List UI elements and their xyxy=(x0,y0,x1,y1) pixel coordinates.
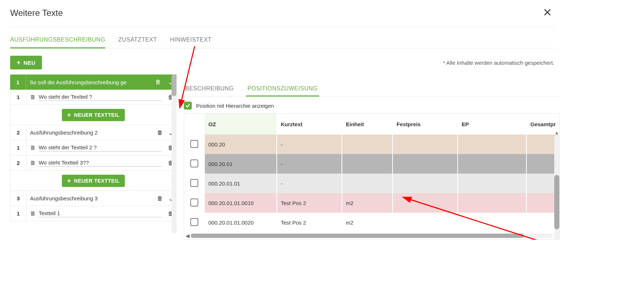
main-tabs: AUSFÜHRUNGSBESCHREIBUNG ZUSATZTEXT HINWE… xyxy=(10,32,554,48)
section-3-item-1[interactable]: 1 🗎 Textteil 1 🗑 xyxy=(10,206,177,221)
neu-label: NEU xyxy=(24,60,35,66)
scroll-left-icon[interactable]: ◀ xyxy=(184,233,191,239)
section-1-item-1[interactable]: 1 🗎 Wo steht der Textteil ? 🗑 xyxy=(10,90,177,105)
scroll-thumb[interactable] xyxy=(554,175,559,229)
left-scrollbar[interactable] xyxy=(171,74,177,234)
section-1-delete[interactable]: 🗑 xyxy=(152,79,164,85)
row-checkbox[interactable] xyxy=(190,199,198,206)
col-checkbox xyxy=(184,114,204,135)
section-3-num: 3 xyxy=(10,191,26,206)
section-2-header[interactable]: 2 Ausführungsbeschreibung 2 🗑 ⌄ xyxy=(10,125,177,140)
scroll-thumb[interactable] xyxy=(191,234,524,238)
item-title: 🗎 Wo steht Textteil 3?? xyxy=(26,159,165,167)
item-title: 🗎 Wo steht der Textteil ? xyxy=(26,94,165,101)
col-ep[interactable]: EP xyxy=(458,114,526,135)
cell-fest xyxy=(393,135,458,154)
document-icon: 🗎 xyxy=(30,210,35,217)
scroll-track[interactable] xyxy=(191,234,553,238)
cell-ep xyxy=(458,135,526,154)
col-festpreis[interactable]: Festpreis xyxy=(393,114,458,135)
row-checkbox[interactable] xyxy=(190,179,198,187)
document-icon: 🗎 xyxy=(30,145,35,151)
cell-ein xyxy=(342,154,393,174)
left-pane: 1 So soll die Ausführungsbeschreibung ge… xyxy=(10,74,177,240)
section-1-header[interactable]: 1 So soll die Ausführungsbeschreibung ge… xyxy=(10,74,177,90)
cell-ep xyxy=(458,193,526,213)
check-icon xyxy=(185,103,190,108)
cell-kurz: Test Pos 2 xyxy=(277,213,342,232)
item-text: Wo steht der Textteil 2 ? xyxy=(39,144,162,152)
cell-fest xyxy=(393,213,458,232)
close-icon xyxy=(543,8,551,16)
item-title: 🗎 Wo steht der Textteil 2 ? xyxy=(26,144,165,152)
cell-ep xyxy=(458,213,526,232)
subtab-beschreibung[interactable]: BESCHREIBUNG xyxy=(184,82,235,96)
col-einheit[interactable]: Einheit xyxy=(342,114,393,135)
item-title: 🗎 Textteil 1 xyxy=(26,210,165,217)
item-num: 2 xyxy=(10,155,26,170)
section-3-header[interactable]: 3 Ausführungsbeschreibung 3 🗑 ⌄ xyxy=(10,191,177,206)
row-checkbox[interactable] xyxy=(190,159,198,167)
col-oz[interactable]: OZ xyxy=(204,114,277,135)
right-pane: BESCHREIBUNG POSITIONSZUWEISUNG Position… xyxy=(184,74,560,240)
cell-ein xyxy=(342,174,393,193)
section-2-title: Ausführungsbeschreibung 2 xyxy=(26,129,154,136)
table-row[interactable]: 000.20 - xyxy=(184,135,559,154)
cell-oz: 000.20.01.01 xyxy=(204,174,277,193)
svg-line-2 xyxy=(180,46,195,106)
close-button[interactable] xyxy=(541,7,554,20)
col-kurztext[interactable]: Kurztext xyxy=(277,114,342,135)
cell-kurz: - xyxy=(277,135,342,154)
section-2-add-row: + NEUER TEXTTEIL xyxy=(10,171,177,191)
tab-ausfuehrung[interactable]: AUSFÜHRUNGSBESCHREIBUNG xyxy=(10,32,105,48)
document-icon: 🗎 xyxy=(30,94,35,101)
cell-ep xyxy=(458,154,526,174)
trash-icon: 🗑 xyxy=(157,129,163,136)
neuer-textteil-button-1[interactable]: + NEUER TEXTTEIL xyxy=(62,109,124,121)
hierarchy-checkbox[interactable] xyxy=(184,102,192,110)
table-row[interactable]: 000.20.01.01.0020 Test Pos 2 m2 xyxy=(184,213,559,232)
scrollbar-thumb[interactable] xyxy=(171,74,177,96)
position-table: OZ Kurztext Einheit Festpreis EP Gesamtp… xyxy=(184,113,560,240)
dialog-title: Weitere Texte xyxy=(10,8,63,18)
sub-tabs: BESCHREIBUNG POSITIONSZUWEISUNG xyxy=(184,82,560,97)
document-icon: 🗎 xyxy=(30,160,35,166)
tab-zusatztext[interactable]: ZUSATZTEXT xyxy=(118,32,157,48)
item-text: Textteil 1 xyxy=(39,210,162,217)
horizontal-scrollbar[interactable]: ◀ ▶ xyxy=(184,232,559,239)
neuer-textteil-button-2[interactable]: + NEUER TEXTTEIL xyxy=(62,175,124,187)
btn-label: NEUER TEXTTEIL xyxy=(74,112,120,118)
subtab-positionszuweisung[interactable]: POSITIONSZUWEISUNG xyxy=(246,82,319,97)
section-2-item-2[interactable]: 2 🗎 Wo steht Textteil 3?? 🗑 xyxy=(10,155,177,171)
cell-oz: 000.20.01.01.0020 xyxy=(204,213,277,232)
table-row[interactable]: 000.20.01 - xyxy=(184,154,559,174)
section-2-delete[interactable]: 🗑 xyxy=(154,129,165,136)
hierarchy-checkbox-label: Position mit Hierarchie anzeigen xyxy=(196,103,274,109)
vertical-scrollbar[interactable]: ▲ ▼ xyxy=(554,135,559,240)
cell-kurz: Test Pos 2 xyxy=(277,193,342,213)
item-num: 1 xyxy=(10,140,26,155)
section-1-title: So soll die Ausführungsbeschreibung ge xyxy=(26,79,152,85)
cell-oz: 000.20.01.01.0010 xyxy=(204,193,277,213)
neu-button[interactable]: + NEU xyxy=(10,56,42,69)
table-row[interactable]: 000.20.01.01 - xyxy=(184,174,559,193)
autosave-hint: * Alle Inhalte werden automatisch gespei… xyxy=(443,60,554,66)
item-num: 1 xyxy=(10,90,26,105)
tab-hinweistext[interactable]: HINWEISTEXT xyxy=(170,32,212,48)
plus-icon: + xyxy=(17,59,21,66)
cell-fest xyxy=(393,193,458,213)
row-checkbox[interactable] xyxy=(190,218,198,226)
cell-kurz: - xyxy=(277,174,342,193)
btn-label: NEUER TEXTTEIL xyxy=(74,178,120,184)
section-3-title: Ausführungsbeschreibung 3 xyxy=(26,195,154,201)
trash-icon: 🗑 xyxy=(155,79,161,85)
item-num: 1 xyxy=(10,206,26,221)
cell-fest xyxy=(393,174,458,193)
section-3-delete[interactable]: 🗑 xyxy=(154,195,165,202)
table-row[interactable]: 000.20.01.01.0010 Test Pos 2 m2 xyxy=(184,193,559,213)
section-2-item-1[interactable]: 1 🗎 Wo steht der Textteil 2 ? 🗑 xyxy=(10,140,177,155)
row-checkbox[interactable] xyxy=(190,140,198,148)
scroll-up-icon[interactable]: ▲ xyxy=(554,130,559,135)
item-text: Wo steht der Textteil ? xyxy=(39,94,162,101)
table-header-row: OZ Kurztext Einheit Festpreis EP Gesamtp… xyxy=(184,114,559,135)
